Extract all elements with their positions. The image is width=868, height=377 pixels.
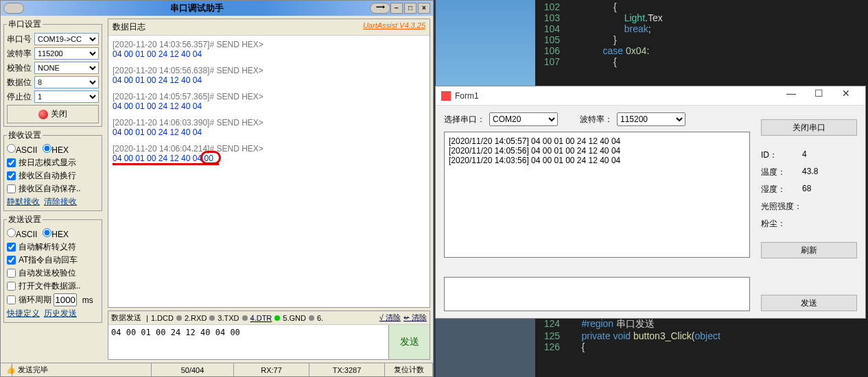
form1-port-select[interactable]: COM20 (489, 112, 558, 126)
recv-auto-wrap-check[interactable]: 接收区自动换行 (7, 170, 99, 182)
quick-define-link[interactable]: 快捷定义 (7, 308, 40, 319)
minimize-button[interactable]: − (390, 3, 403, 14)
form1-maximize-button[interactable]: ☐ (805, 88, 832, 104)
signal-dot-icon (274, 315, 280, 321)
uart-assist-window: 串口调试助手 ⟿ − □ × 串口设置 串口号COM19->CC 波特率1152… (0, 0, 434, 377)
open-file-source-check[interactable]: 打开文件数据源.. (7, 280, 99, 292)
status-ready-icon: 👍 (1, 363, 12, 376)
port-settings-group: 串口设置 串口号COM19->CC 波特率115200 校验位NONE 数据位8… (3, 19, 102, 127)
recv-settings-group: 接收设置 ASCII HEX 按日志模式显示 接收区自动换行 接收区自动保存..… (3, 130, 102, 211)
status-tx: TX:3287 (309, 363, 385, 376)
form1-hum-value: 68 (802, 184, 811, 195)
form1-send-input[interactable] (444, 277, 750, 311)
status-rx: RX:77 (234, 363, 309, 376)
form1-port-label: 选择串口： (444, 114, 485, 125)
reset-counter-button[interactable]: 复位计数 (385, 363, 433, 376)
recv-auto-save-check[interactable]: 接收区自动保存.. (7, 183, 99, 195)
send-input[interactable]: 04 00 01 00 24 12 40 04 00 (108, 325, 388, 359)
form1-window: Form1 — ☐ ✕ 选择串口： COM20 波特率： 115200 [202… (435, 86, 866, 319)
form1-id-value: 4 (802, 149, 807, 161)
auto-checksum-check[interactable]: 自动发送校验位 (7, 267, 99, 279)
port-select[interactable]: COM19->CC (34, 33, 99, 45)
cycle-period-input[interactable] (54, 293, 77, 306)
signal-dot-icon (209, 315, 215, 321)
clear-recv-link[interactable]: 清除接收 (44, 196, 77, 208)
form1-titlebar[interactable]: Form1 — ☐ ✕ (436, 86, 865, 106)
silent-recv-link[interactable]: 静默接收 (7, 196, 40, 208)
form1-close-port-button[interactable]: 关闭串口 (761, 119, 857, 136)
data-send-panel: 数据发送 | 1.DCD 2.RXD 3.TXD 4.DTR 5.GND 6. … (108, 311, 430, 360)
data-log-label: 数据日志 (113, 21, 145, 33)
maximize-button[interactable]: □ (404, 3, 417, 14)
form1-app-icon (441, 91, 451, 101)
uart-app-icon (3, 3, 24, 14)
form1-close-button[interactable]: ✕ (832, 88, 860, 104)
form1-temp-value: 43.8 (802, 167, 818, 178)
desktop-bg-bottom (436, 319, 535, 377)
brand-link[interactable]: UartAssist V4.3.25 (363, 21, 425, 33)
cycle-send-check[interactable]: 循环周期 ms (7, 293, 99, 306)
send-button[interactable]: 发送 (388, 325, 430, 359)
clear-check-link[interactable]: √ 清除 (379, 313, 401, 323)
at-auto-cr-check[interactable]: AT指令自动回车 (7, 254, 99, 266)
clear-link[interactable]: ↚ 清除 (403, 313, 427, 323)
status-message: 发送完毕 (12, 363, 152, 376)
form1-send-button[interactable]: 发送 (761, 295, 857, 311)
databits-select[interactable]: 8 (34, 76, 99, 88)
recv-log-mode-check[interactable]: 按日志模式显示 (7, 157, 99, 169)
status-counter: 50/404 (152, 363, 234, 376)
uart-pin-icon[interactable]: ⟿ (370, 3, 390, 14)
data-log-content[interactable]: [2020-11-20 14:03:56.357]# SEND HEX>04 0… (108, 36, 430, 307)
close-button[interactable]: × (418, 3, 430, 14)
data-send-label: 数据发送 (111, 313, 141, 323)
uart-title-text: 串口调试助手 (24, 2, 370, 14)
desktop-bg-top (436, 0, 535, 86)
signal-dot-icon (309, 315, 314, 321)
recv-hex-radio[interactable]: HEX (43, 144, 69, 155)
parity-select[interactable]: NONE (34, 62, 99, 74)
form1-baud-select[interactable]: 115200 (617, 112, 685, 126)
recv-ascii-radio[interactable]: ASCII (7, 144, 37, 155)
status-led-icon (38, 110, 48, 119)
form1-baud-label: 波特率： (580, 114, 613, 125)
signal-dot-icon (242, 315, 248, 321)
form1-minimize-button[interactable]: — (777, 88, 805, 104)
form1-title-text: Form1 (455, 91, 777, 101)
close-port-button[interactable]: 关闭 (7, 105, 99, 123)
baud-select[interactable]: 115200 (34, 47, 99, 60)
uart-titlebar[interactable]: 串口调试助手 ⟿ − □ × (1, 1, 433, 16)
send-hex-radio[interactable]: HEX (43, 228, 69, 239)
send-settings-group: 发送设置 ASCII HEX 自动解析转义符 AT指令自动回车 自动发送校验位 … (3, 214, 102, 323)
send-ascii-radio[interactable]: ASCII (7, 228, 37, 239)
form1-log-area[interactable]: [2020/11/20 14:05:57] 04 00 01 00 24 12 … (444, 132, 750, 258)
data-log-panel: 数据日志 UartAssist V4.3.25 [2020-11-20 14:0… (108, 19, 430, 308)
status-bar: 👍 发送完毕 50/404 RX:77 TX:3287 复位计数 (1, 363, 433, 376)
stopbits-select[interactable]: 1 (34, 90, 99, 103)
auto-escape-check[interactable]: 自动解析转义符 (7, 241, 99, 253)
history-send-link[interactable]: 历史发送 (44, 308, 77, 319)
form1-refresh-button[interactable]: 刷新 (761, 242, 857, 258)
signal-dot-icon (176, 315, 182, 321)
